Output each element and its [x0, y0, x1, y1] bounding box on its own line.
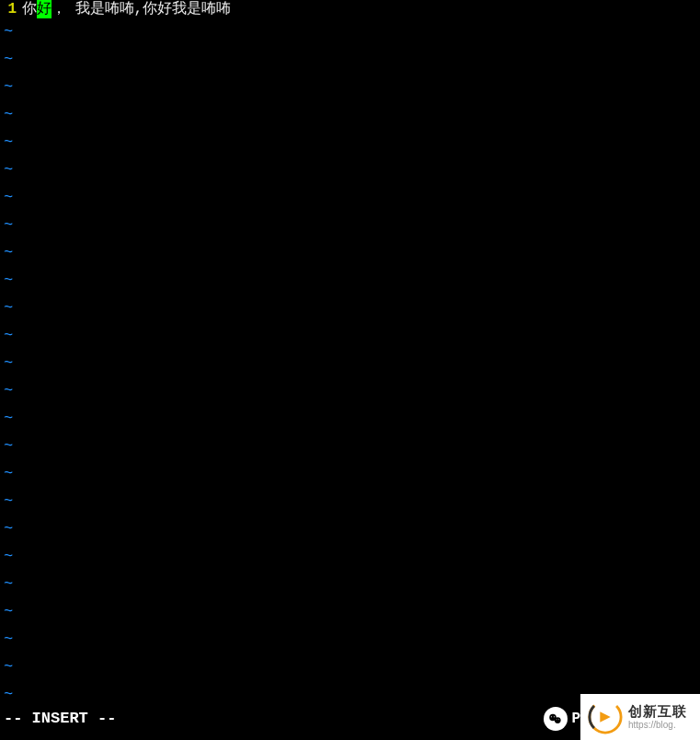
- logo-text: 创新互联: [628, 704, 687, 720]
- wechat-icon: [544, 707, 568, 731]
- line-number: 1: [0, 0, 22, 18]
- empty-line-marker: ~: [0, 322, 700, 350]
- empty-line-marker: ~: [0, 515, 700, 543]
- empty-line-marker: ~: [0, 488, 700, 515]
- svg-point-3: [554, 716, 555, 717]
- empty-line-marker: ~: [0, 433, 700, 460]
- empty-line-marker: ~: [0, 46, 700, 74]
- empty-line-marker: ~: [0, 212, 700, 239]
- mode-indicator: -- INSERT --: [4, 710, 116, 727]
- empty-line-marker: ~: [0, 626, 700, 653]
- empty-line-marker: ~: [0, 18, 700, 46]
- empty-line-marker: ~: [0, 350, 700, 377]
- logo-text-group: 创新互联 https://blog.: [628, 704, 687, 730]
- empty-line-marker: ~: [0, 295, 700, 322]
- cursor: 好: [37, 0, 52, 18]
- logo-url: https://blog.: [628, 720, 687, 730]
- logo-icon: [588, 700, 623, 734]
- empty-line-marker: ~: [0, 239, 700, 267]
- text-after-cursor: ， 我是咘咘,你好我是咘咘: [52, 0, 231, 18]
- empty-line-marker: ~: [0, 653, 700, 681]
- empty-line-marker: ~: [0, 571, 700, 598]
- svg-point-4: [557, 719, 557, 720]
- empty-line-marker: ~: [0, 74, 700, 101]
- empty-line-marker: ~: [0, 460, 700, 488]
- empty-line-marker: ~: [0, 405, 700, 433]
- empty-line-marker: ~: [0, 156, 700, 184]
- editor-line[interactable]: 1 你好， 我是咘咘,你好我是咘咘: [0, 0, 700, 18]
- wechat-watermark: P: [544, 707, 580, 731]
- wechat-label: P: [571, 711, 580, 727]
- empty-line-marker: ~: [0, 184, 700, 212]
- logo-watermark: 创新互联 https://blog.: [580, 694, 700, 740]
- empty-line-marker: ~: [0, 543, 700, 571]
- empty-line-marker: ~: [0, 129, 700, 156]
- empty-line-marker: ~: [0, 101, 700, 129]
- empty-line-marker: ~: [0, 377, 700, 405]
- text-before-cursor: 你: [22, 0, 37, 18]
- line-content[interactable]: 你好， 我是咘咘,你好我是咘咘: [22, 0, 231, 18]
- editor-area[interactable]: 1 你好， 我是咘咘,你好我是咘咘 ~~~~~~~~~~~~~~~~~~~~~~…: [0, 0, 700, 718]
- svg-point-1: [555, 717, 561, 723]
- empty-line-marker: ~: [0, 598, 700, 626]
- empty-line-marker: ~: [0, 267, 700, 295]
- svg-point-2: [551, 716, 552, 717]
- svg-point-5: [558, 719, 559, 720]
